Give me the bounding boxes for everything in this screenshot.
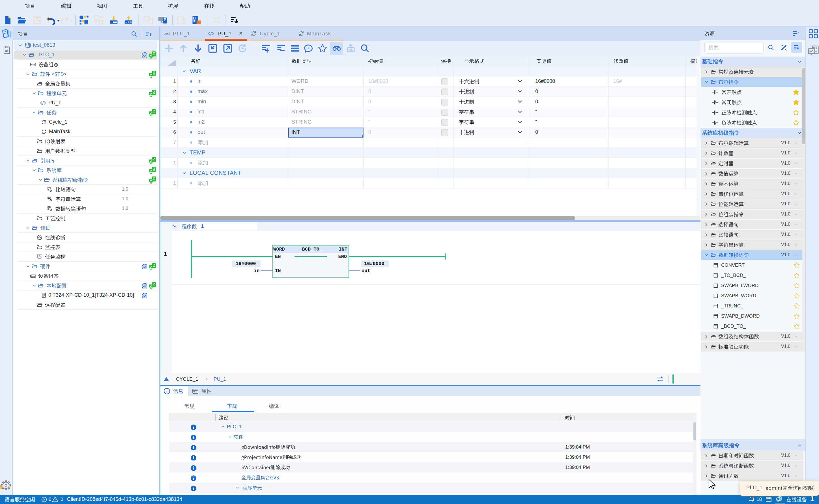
svg-text:P: P xyxy=(714,111,716,114)
svg-text:N: N xyxy=(714,122,716,124)
